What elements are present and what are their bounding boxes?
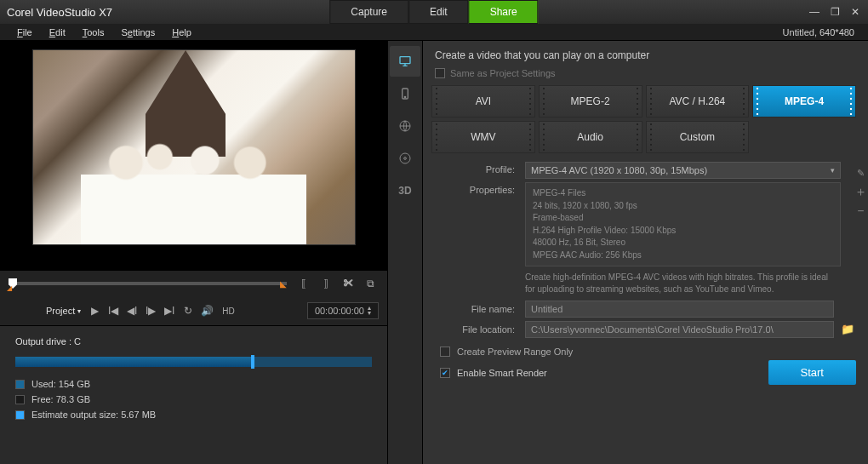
share-target-strip: 3D xyxy=(387,41,423,464)
properties-label: Properties: xyxy=(431,182,525,195)
transport-bar: Project▾ ▶ I◀ ◀I I▶ ▶I ↻ 🔊 HD 00:00:00:0… xyxy=(0,296,387,325)
preview-image[interactable] xyxy=(32,49,356,245)
share-settings-panel: Create a video that you can play on a co… xyxy=(423,41,868,464)
profile-description: Create high-definition MPEG-4 AVC videos… xyxy=(525,272,856,295)
tab-capture[interactable]: Capture xyxy=(329,0,408,24)
go-start-button[interactable]: I◀ xyxy=(105,302,122,319)
format-mpeg2[interactable]: MPEG-2 xyxy=(539,85,642,117)
hd-toggle[interactable]: HD xyxy=(222,306,234,316)
location-label: File location: xyxy=(431,324,525,335)
tab-edit[interactable]: Edit xyxy=(408,0,469,24)
window-controls: — ❐ ✕ xyxy=(808,6,861,18)
cut-icon[interactable]: ✀ xyxy=(340,275,357,292)
repeat-button[interactable]: ↻ xyxy=(180,302,197,319)
disk-usage-bar xyxy=(15,357,372,367)
format-grid: AVI MPEG-2 AVC / H.264 MPEG-4 WMV Audio … xyxy=(431,85,856,153)
same-settings-label: Same as Project Settings xyxy=(450,68,556,78)
scrub-track[interactable]: ◢ ◣ xyxy=(9,282,287,285)
restore-icon[interactable]: ❐ xyxy=(829,6,841,18)
profile-select[interactable]: MPEG-4 AVC (1920 x 1080, 30p, 15Mbps) xyxy=(525,162,841,179)
tab-share[interactable]: Share xyxy=(469,0,539,24)
menu-edit[interactable]: Edit xyxy=(41,27,74,37)
format-audio[interactable]: Audio xyxy=(539,121,642,153)
menu-help[interactable]: Help xyxy=(163,27,200,37)
smart-render-label: Enable Smart Render xyxy=(457,368,547,378)
start-button[interactable]: Start xyxy=(768,360,856,385)
app-title: Corel VideoStudio X7 xyxy=(7,6,112,19)
svg-rect-0 xyxy=(400,57,410,64)
target-web-icon[interactable] xyxy=(390,111,420,141)
mark-in-button[interactable]: ⟦ xyxy=(295,275,312,292)
same-settings-checkbox[interactable] xyxy=(435,68,445,78)
go-end-button[interactable]: ▶I xyxy=(161,302,178,319)
svg-point-4 xyxy=(400,153,410,163)
add-profile-icon[interactable]: ＋ xyxy=(854,186,866,198)
menu-file[interactable]: File xyxy=(9,27,41,37)
legend-free: Free: 78.3 GB xyxy=(15,394,372,404)
filename-input[interactable]: Untitled xyxy=(525,301,834,318)
title-bar: Corel VideoStudio X7 Capture Edit Share … xyxy=(0,0,868,24)
profile-label: Profile: xyxy=(431,162,525,175)
smart-render-checkbox[interactable]: ✔ xyxy=(440,368,450,378)
timecode[interactable]: 00:00:00:00▴▾ xyxy=(307,302,379,319)
legend-used: Used: 154 GB xyxy=(15,379,372,389)
preview-range-checkbox[interactable] xyxy=(440,347,450,357)
mark-out-button[interactable]: ⟧ xyxy=(317,275,334,292)
remove-profile-icon[interactable]: － xyxy=(854,204,866,216)
transport-mode[interactable]: Project▾ xyxy=(46,306,81,316)
svg-point-5 xyxy=(404,158,407,160)
project-info: Untitled, 640*480 xyxy=(783,27,859,37)
menu-settings[interactable]: Settings xyxy=(112,27,163,37)
next-frame-button[interactable]: I▶ xyxy=(142,302,159,319)
svg-point-2 xyxy=(404,96,405,97)
minimize-icon[interactable]: — xyxy=(808,6,820,18)
browse-folder-icon[interactable]: 📁 xyxy=(841,323,856,336)
preview-area xyxy=(0,41,387,271)
legend-estimate: Estimate output size: 5.67 MB xyxy=(15,410,372,420)
crop-icon[interactable]: ⧉ xyxy=(362,275,379,292)
target-device-icon[interactable] xyxy=(390,78,420,109)
target-3d-icon[interactable]: 3D xyxy=(390,175,420,206)
play-button[interactable]: ▶ xyxy=(86,302,103,319)
preview-range-label: Create Preview Range Only xyxy=(457,347,573,357)
scrub-bar: ◢ ◣ ⟦ ⟧ ✀ ⧉ xyxy=(0,271,387,296)
format-mpeg4[interactable]: MPEG-4 xyxy=(752,85,856,117)
properties-box: MPEG-4 Files 24 bits, 1920 x 1080, 30 fp… xyxy=(525,182,841,266)
mark-out-icon[interactable]: ◣ xyxy=(280,279,287,289)
format-custom[interactable]: Custom xyxy=(646,121,750,153)
format-avi[interactable]: AVI xyxy=(431,85,535,117)
format-avc[interactable]: AVC / H.264 xyxy=(646,85,750,117)
mark-in-icon[interactable]: ◢ xyxy=(7,284,12,292)
output-drive-label: Output drive : C xyxy=(15,336,372,347)
close-icon[interactable]: ✕ xyxy=(849,6,861,18)
output-panel: Output drive : C Used: 154 GB Free: 78.3… xyxy=(0,325,387,464)
volume-button[interactable]: 🔊 xyxy=(198,302,215,319)
menu-tools[interactable]: Tools xyxy=(74,27,113,37)
mode-tabs: Capture Edit Share xyxy=(329,0,538,24)
target-computer-icon[interactable] xyxy=(390,46,420,77)
target-disc-icon[interactable] xyxy=(390,143,420,174)
format-wmv[interactable]: WMV xyxy=(431,121,535,153)
filename-label: File name: xyxy=(431,304,525,314)
share-heading: Create a video that you can play on a co… xyxy=(435,49,856,61)
menu-bar: File Edit Tools Settings Help Untitled, … xyxy=(0,24,868,41)
prev-frame-button[interactable]: ◀I xyxy=(123,302,140,319)
edit-profile-icon[interactable]: ✎ xyxy=(854,167,866,179)
location-input[interactable]: C:\Users\yvonnec\Documents\Corel VideoSt… xyxy=(525,321,834,338)
